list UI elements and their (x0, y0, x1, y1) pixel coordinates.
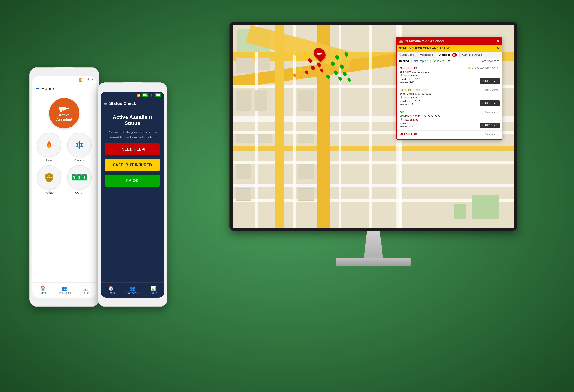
panel-tabs: Quick Send Messages Statuses 55 Campus D… (397, 52, 502, 58)
map-pin-green-5 (327, 75, 329, 79)
gps-on-badge: ON (155, 93, 161, 97)
map-pin-green-8 (336, 55, 339, 59)
phone-2-title: Status Check (109, 101, 136, 106)
status-updated-1: UPDATED: {time stamp} (472, 66, 499, 69)
map-pin-green-2 (340, 64, 344, 69)
nav-status-1[interactable]: 📊 Status (75, 284, 96, 296)
btn-need-help[interactable]: I NEED HELP! (105, 143, 160, 155)
map-pin-yellow-2 (296, 57, 300, 61)
map-pin-red-3 (311, 66, 315, 70)
close-icon[interactable]: ✕ (497, 39, 499, 43)
staff-icon-2: 👥 (130, 285, 135, 291)
wifi-check-icon: ✓ (83, 79, 85, 81)
map-pin-orange-1 (293, 73, 296, 77)
phone-1-title: Home (41, 86, 54, 91)
statuses-badge: 55 (452, 53, 457, 57)
nav-status-label-1: Status (82, 291, 89, 294)
phone-2-header: ☰ Status Check (101, 99, 164, 108)
resolve-btn-1[interactable]: ✓ RESOLVE (480, 78, 500, 84)
chevron-down-icon: ▼ (497, 59, 499, 63)
panel-body: NEED HELP! 🔔 UPDATED: {time stamp} Joe K… (397, 64, 502, 139)
monitor-base (336, 258, 411, 266)
nav-status-2[interactable]: 📊 Status (143, 284, 164, 296)
police-label: Police (44, 191, 54, 195)
add-icon[interactable]: + (492, 39, 494, 43)
tab-campus-details[interactable]: Campus Details (460, 52, 486, 58)
map-pin-green-1 (331, 61, 335, 66)
phone-1-status-bar: 📶 ✓ 📍 ✓ (32, 76, 96, 84)
map-pin-green-6 (339, 76, 342, 80)
911-badge: 9 1 1 (72, 175, 87, 180)
nav-staff-2[interactable]: 👥 Staff Assist (122, 284, 143, 296)
scene: 🏫 Greenville Middle School + ✕ STATUS CH… (29, 14, 545, 378)
phone-1-header: ☰ Home (32, 84, 96, 94)
filter-not-replied[interactable]: Not Replied (414, 59, 428, 63)
location-icon-3: 📍 (400, 118, 403, 121)
map-pin-red-2 (317, 63, 321, 67)
emergency-grid: Fire (36, 133, 93, 195)
wifi-icon: 📶 (79, 78, 82, 82)
hamburger-icon[interactable]: ☰ (36, 86, 39, 91)
home-icon: 🏠 (40, 285, 46, 291)
status-item-1: NEED HELP! 🔔 UPDATED: {time stamp} Joe K… (397, 64, 502, 86)
medical-item: Medical (66, 133, 93, 162)
assailant-label-2: Assailant (56, 117, 72, 122)
filter-replied[interactable]: Replied (399, 59, 409, 63)
status-name-1: Joe Kelly, 555-555-5555 (400, 70, 499, 74)
police-button[interactable]: POLICE (37, 165, 61, 190)
check-icon-3: ✓ (482, 124, 484, 127)
status-name-3: Margaret Schaffer, 555-555-5555 (400, 115, 499, 118)
fire-button[interactable] (37, 133, 61, 157)
phone-2-screen: 📶 ON 📍 ON ☰ Status Check Active Assailan… (101, 92, 164, 298)
building-icon: 🏫 (399, 39, 403, 43)
update-icon: 🔔 (468, 66, 471, 70)
filter-icon[interactable]: ⊟ (448, 59, 450, 63)
wifi-on-badge: ON (142, 93, 148, 97)
filter-time[interactable]: Time: Newest ▼ (479, 59, 499, 63)
assailant-label-1: Active (56, 113, 72, 117)
map-pin-green-4 (343, 72, 347, 76)
map-pin-red-1 (308, 58, 312, 62)
tab-statuses[interactable]: Statuses 55 (436, 52, 459, 58)
status-item-4: NEED HELP! {time stamp} (397, 131, 502, 139)
gps-check-icon: ✓ (91, 79, 93, 81)
tab-messages[interactable]: Messages (417, 52, 436, 58)
nav-staff-label-1: Staff Assist (58, 291, 71, 294)
map-link-3[interactable]: 📍 View on Map (400, 118, 499, 121)
police-item: POLICE Police (36, 165, 63, 195)
map-link-2[interactable]: 📍 View on Map (400, 96, 499, 99)
svg-rect-13 (78, 145, 81, 145)
medical-button[interactable] (67, 133, 92, 157)
banner-close-icon[interactable]: ✕ (497, 46, 499, 50)
resolve-btn-3[interactable]: ✓ RESOLVE (480, 123, 500, 128)
status-icon-2: 📊 (151, 285, 156, 291)
monitor-neck (363, 231, 384, 258)
check-icon-2: ✓ (482, 102, 484, 105)
fire-icon (44, 140, 54, 150)
map-link-1[interactable]: 📍 View on Map (400, 74, 499, 77)
phone-2-bottom-nav: 🏠 Home 👥 Staff Assist 📊 Status (101, 282, 164, 298)
svg-rect-5 (65, 108, 69, 109)
other-button[interactable]: 9 1 1 (67, 165, 92, 190)
resolve-btn-2[interactable]: ✓ RESOLVE (480, 100, 500, 106)
nav-home-1[interactable]: 🏠 Home (32, 284, 54, 296)
status-icon-1: 📊 (82, 285, 88, 291)
check-icon-1: ✓ (482, 79, 484, 83)
phone-1: 📶 ✓ 📍 ✓ ☰ Home (29, 67, 99, 307)
btn-im-ok[interactable]: I'M OK (105, 175, 160, 187)
svg-rect-1 (320, 53, 322, 54)
fire-item: Fire (36, 133, 63, 162)
hamburger-icon-2[interactable]: ☰ (104, 101, 107, 106)
tab-quick-send[interactable]: Quick Send (397, 52, 417, 58)
active-assailant-button[interactable]: Active Assailant (49, 98, 80, 128)
filter-resolved[interactable]: Resolved (433, 59, 444, 63)
phone-1-notch (55, 67, 73, 70)
nav-home-label-1: Home (39, 291, 46, 294)
nav-home-2[interactable]: 🏠 Home (101, 284, 122, 296)
monitor-panel: 🏫 Greenville Middle School + ✕ STATUS CH… (396, 37, 502, 139)
gps-icon: 📍 (86, 78, 90, 82)
nav-status-label-2: Status (150, 291, 158, 294)
nav-staff-1[interactable]: 👥 Staff Assist (54, 284, 75, 296)
filter-row: Replied | Not Replied | Resolved ⊟ Time:… (397, 58, 502, 64)
btn-safe-injured[interactable]: SAFE, BUT INJURED (105, 159, 160, 171)
